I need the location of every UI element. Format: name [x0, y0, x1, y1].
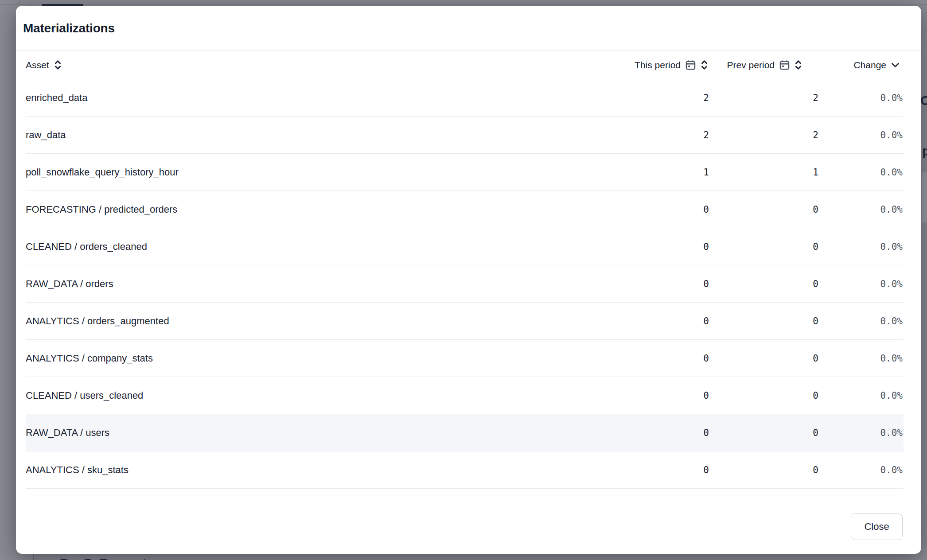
asset-cell: RAW_DATA / orders: [26, 278, 617, 290]
table-row[interactable]: RAW_DATA / orders 0 0 0.0%: [26, 265, 904, 303]
table-row[interactable]: RAW_DATA / users 0 0 0.0%: [26, 414, 904, 451]
change-cell: 0.0%: [819, 390, 904, 401]
prev-period-cell: 0: [710, 241, 819, 252]
table-row[interactable]: CLEANED / users_cleaned 0 0 0.0%: [26, 377, 904, 414]
background-panel-border: [19, 0, 20, 6]
this-period-cell: 0: [617, 204, 710, 215]
chevron-down-icon[interactable]: [891, 62, 900, 68]
table-row[interactable]: enriched_data 2 2 0.0%: [26, 79, 904, 117]
calendar-icon[interactable]: [686, 60, 696, 70]
column-label-prev-period: Prev period: [727, 60, 775, 70]
table-row[interactable]: raw_data 2 2 0.0%: [26, 117, 904, 154]
table-row[interactable]: CLEANED / orders_cleaned 0 0 0.0%: [26, 228, 904, 265]
asset-cell: RAW_DATA / users: [26, 427, 617, 439]
background-panel-border-bottom: [33, 554, 34, 560]
change-cell: 0.0%: [819, 353, 904, 364]
this-period-cell: 0: [617, 241, 710, 252]
prev-period-cell: 0: [710, 204, 819, 215]
column-header-asset[interactable]: Asset: [26, 60, 617, 70]
table-body: enriched_data 2 2 0.0% raw_data 2 2 0.0%…: [26, 79, 904, 489]
prev-period-cell: 0: [710, 353, 819, 364]
prev-period-cell: 0: [710, 279, 819, 289]
asset-cell: ANALYTICS / orders_augmented: [26, 315, 617, 327]
asset-cell: enriched_data: [26, 92, 617, 104]
this-period-cell: 2: [617, 130, 710, 140]
modal-title: Materializations: [23, 21, 914, 35]
table-row[interactable]: ANALYTICS / sku_stats 0 0 0.0%: [26, 451, 904, 489]
sort-icon[interactable]: [795, 60, 802, 70]
this-period-cell: 1: [617, 167, 710, 178]
modal-footer: Close: [16, 499, 921, 554]
prev-period-cell: 0: [710, 465, 819, 475]
prev-period-cell: 0: [710, 316, 819, 327]
change-cell: 0.0%: [819, 167, 904, 178]
background-clipped-text-top: C: [920, 94, 927, 107]
asset-cell: poll_snowflake_query_history_hour: [26, 167, 617, 178]
background-scrollbar-thumb: [922, 172, 927, 223]
this-period-cell: 0: [617, 428, 710, 438]
prev-period-cell: 0: [710, 428, 819, 438]
prev-period-cell: 2: [710, 93, 819, 103]
change-cell: 0.0%: [819, 204, 904, 215]
this-period-cell: 0: [617, 390, 710, 401]
asset-cell: ANALYTICS / company_stats: [26, 353, 617, 364]
sort-icon[interactable]: [701, 60, 708, 70]
change-cell: 0.0%: [819, 279, 904, 289]
prev-period-cell: 1: [710, 167, 819, 178]
column-header-change[interactable]: Change: [819, 60, 904, 70]
table-row[interactable]: FORECASTING / predicted_orders 0 0 0.0%: [26, 191, 904, 228]
column-header-this-period[interactable]: This period: [617, 60, 710, 70]
prev-period-cell: 0: [710, 390, 819, 401]
column-label-asset: Asset: [26, 60, 49, 70]
change-cell: 0.0%: [819, 241, 904, 252]
change-cell: 0.0%: [819, 130, 904, 140]
change-cell: 0.0%: [819, 465, 904, 475]
table-scroll-area[interactable]: Asset This period: [16, 51, 921, 499]
column-header-prev-period[interactable]: Prev period: [710, 60, 819, 70]
asset-cell: ANALYTICS / sku_stats: [26, 464, 617, 476]
this-period-cell: 2: [617, 93, 710, 103]
table-row[interactable]: poll_snowflake_query_history_hour 1 1 0.…: [26, 154, 904, 191]
table-row[interactable]: ANALYTICS / orders_augmented 0 0 0.0%: [26, 303, 904, 340]
asset-cell: raw_data: [26, 129, 617, 141]
table-header-row: Asset This period: [26, 51, 904, 79]
this-period-cell: 0: [617, 316, 710, 327]
column-label-change: Change: [853, 60, 886, 70]
change-cell: 0.0%: [819, 428, 904, 438]
this-period-cell: 0: [617, 279, 710, 289]
close-button[interactable]: Close: [851, 513, 903, 540]
sort-icon[interactable]: [54, 60, 62, 70]
materializations-modal: Materializations Asset This period: [16, 6, 921, 554]
this-period-cell: 0: [617, 353, 710, 364]
modal-header: Materializations: [16, 6, 921, 51]
table-row[interactable]: ANALYTICS / company_stats 0 0 0.0%: [26, 340, 904, 377]
asset-cell: CLEANED / orders_cleaned: [26, 241, 617, 253]
background-tabbar-line: [0, 4, 927, 5]
this-period-cell: 0: [617, 465, 710, 475]
column-label-this-period: This period: [635, 60, 681, 70]
prev-period-cell: 2: [710, 130, 819, 140]
background-metric-unit: seconds: [112, 558, 151, 560]
change-cell: 0.0%: [819, 316, 904, 327]
background-metric-value: 3.08: [56, 555, 112, 560]
change-cell: 0.0%: [819, 93, 904, 103]
asset-cell: FORECASTING / predicted_orders: [26, 204, 617, 215]
asset-cell: CLEANED / users_cleaned: [26, 390, 617, 401]
calendar-icon[interactable]: [779, 60, 790, 70]
background-clipped-text-bottom: p: [922, 144, 927, 158]
